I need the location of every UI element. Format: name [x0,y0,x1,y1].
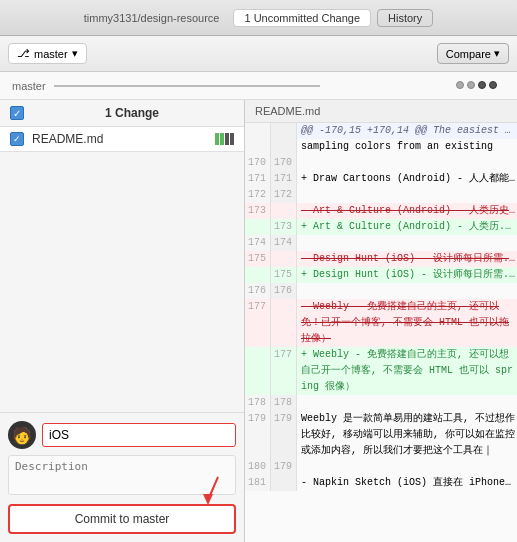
right-panel: README.md @@ -170,15 +170,14 @@ The easi… [245,100,517,542]
status-bar-green2 [220,133,224,145]
diff-line: 172 172 [245,187,517,203]
diff-line: 178 178 [245,395,517,411]
branch-dot-active [489,81,497,89]
diff-line: sampling colors from an existing [245,139,517,155]
diff-line-removed: 177 - Weebly - 免费搭建自己的主页, 还可以免！已开一个博客, 不… [245,299,517,347]
file-name: README.md [32,132,207,146]
diff-line-added: 177 + Weebly - 免费搭建自己的主页, 还可以想自己开一个博客, 不… [245,347,517,395]
diff-line: 179 179 Weebly 是一款简单易用的建站工具, 不过想作比较好, 移动… [245,411,517,459]
repo-path: timmy3131/design-resource [84,12,220,24]
diff-line: 171 171 + Draw Cartoons (Android) - 人人都能… [245,171,517,187]
changes-header: 1 Change [0,100,244,127]
branch-icon: ⎇ [17,47,30,60]
compare-dropdown-icon: ▾ [494,47,500,60]
diff-line: 180 179 [245,459,517,475]
commit-summary-row: 🧑 [8,421,236,449]
tab-history[interactable]: History [377,9,433,27]
avatar: 🧑 [8,421,36,449]
commit-area: 🧑 Commit to master [0,412,244,542]
compare-button[interactable]: Compare ▾ [437,43,509,64]
diff-line: 170 170 [245,155,517,171]
branch-dropdown-icon: ▾ [72,47,78,60]
status-bar-dark2 [230,133,234,145]
diff-line-added: 173 + Art & Culture (Android) - 人类历... [245,219,517,235]
status-bar-dark [225,133,229,145]
branch-name: master [34,48,68,60]
summary-input[interactable] [42,423,236,447]
diff-line-removed: 173 - Art & Culture (Android) - 人类历史上... [245,203,517,219]
file-item[interactable]: README.md [0,127,244,152]
changes-count: 1 Change [30,106,234,120]
branch-bar: master [0,72,517,100]
branch-dot [467,81,475,89]
diff-header: README.md [245,100,517,123]
branch-dot [456,81,464,89]
svg-marker-1 [203,494,213,505]
file-checkbox[interactable] [10,132,24,146]
toolbar: ⎇ master ▾ Compare ▾ [0,36,517,72]
diff-line: 174 174 [245,235,517,251]
file-status [215,133,234,145]
branch-selector[interactable]: ⎇ master ▾ [8,43,87,64]
commit-button[interactable]: Commit to master [8,504,236,534]
branch-dot-active [478,81,486,89]
diff-line: 176 176 [245,283,517,299]
diff-line-removed: 175 - Design Hunt (iOS) - 设计师每日所需... [245,251,517,267]
diff-line: 181 - Napkin Sketch (iOS) 直接在 iPhone 上｜ [245,475,517,491]
tab-area: timmy3131/design-resource 1 Uncommitted … [84,9,434,27]
main-content: 1 Change README.md 🧑 [0,100,517,542]
status-bar-green [215,133,219,145]
select-all-checkbox[interactable] [10,106,24,120]
branch-label: master [12,80,46,92]
diff-line-added: 175 + Design Hunt (iOS) - 设计师每日所需... [245,267,517,283]
tab-uncommitted[interactable]: 1 Uncommitted Change [233,9,371,27]
arrow-annotation: Commit to master [8,504,236,534]
left-panel: 1 Change README.md 🧑 [0,100,245,542]
red-arrow-icon [188,472,228,507]
diff-content: @@ -170,15 +170,14 @@ The easiest wi... … [245,123,517,542]
title-bar: timmy3131/design-resource 1 Uncommitted … [0,0,517,36]
diff-line-meta: @@ -170,15 +170,14 @@ The easiest wi... [245,123,517,139]
